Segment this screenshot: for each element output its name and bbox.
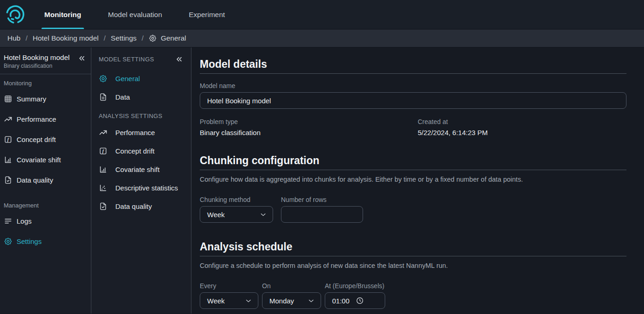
chunking-description: Configure how data is aggregated into ch… <box>200 176 626 183</box>
function-icon <box>99 147 107 155</box>
trending-up-icon <box>99 128 107 137</box>
sidebar-item-summary[interactable]: Summary <box>4 90 87 107</box>
schedule-on-label: On <box>262 282 321 290</box>
chevron-down-icon <box>259 211 267 219</box>
chunking-method-field: Chunking method Week <box>200 196 273 223</box>
bar-chart-icon <box>99 165 107 174</box>
model-name-input[interactable] <box>200 92 626 109</box>
breadcrumb-separator: / <box>104 34 106 42</box>
menu-lines-icon <box>4 217 12 225</box>
model-sidebar: Hotel Booking model Binary classificatio… <box>0 47 91 314</box>
settings-sidebar: MODEL SETTINGS General Data ANALYSIS SET… <box>91 47 191 314</box>
tab-label: Experiment <box>189 11 225 19</box>
sidebar-item-label: Summary <box>17 95 46 103</box>
schedule-on-field: On Monday <box>262 282 321 309</box>
settings-sidebar-collapse-button[interactable] <box>174 54 185 65</box>
chevrons-left-icon <box>175 55 184 64</box>
gear-icon <box>149 34 157 42</box>
chart-dots-icon <box>99 184 107 192</box>
main-tabs: Monitoring Model evaluation Experiment <box>42 0 228 29</box>
sidebar-item-label: Performance <box>17 115 56 123</box>
schedule-every-field: Every Week <box>200 282 258 309</box>
schedule-time-value: 01:00 <box>332 297 350 305</box>
nannyml-logo-icon <box>5 5 25 24</box>
chunking-method-select[interactable]: Week <box>200 206 273 223</box>
tab-experiment[interactable]: Experiment <box>186 0 227 29</box>
settings-nav-general[interactable]: General <box>99 70 185 87</box>
breadcrumb-separator: / <box>25 34 27 42</box>
gear-icon <box>4 237 12 246</box>
sidebar-item-covariate-shift[interactable]: Covariate shift <box>4 151 87 168</box>
schedule-on-value: Monday <box>269 297 294 305</box>
tab-label: Monitoring <box>44 11 81 19</box>
sidebar-item-performance[interactable]: Performance <box>4 111 87 127</box>
settings-nav-concept-drift[interactable]: Concept drift <box>99 142 185 159</box>
schedule-time-input[interactable]: 01:00 <box>325 292 385 309</box>
sidebar-item-settings[interactable]: Settings <box>4 233 87 249</box>
tab-label: Model evaluation <box>108 11 162 19</box>
settings-nav-label: Data quality <box>115 202 152 210</box>
divider <box>200 170 626 170</box>
settings-nav-label: Performance <box>115 129 155 136</box>
sidebar-item-logs[interactable]: Logs <box>4 213 87 229</box>
number-of-rows-label: Number of rows <box>281 196 363 203</box>
problem-type-value: Binary classification <box>200 129 413 136</box>
table-icon <box>4 95 12 103</box>
trending-up-icon <box>4 115 12 124</box>
problem-type-field: Problem type Binary classification <box>200 118 413 136</box>
function-icon <box>4 135 12 144</box>
chevrons-left-icon <box>78 54 86 63</box>
app-logo[interactable] <box>0 0 42 29</box>
settings-nav-label: Descriptive statistics <box>115 184 178 192</box>
settings-nav-label: Covariate shift <box>115 166 160 173</box>
sidebar-item-label: Covariate shift <box>17 156 61 164</box>
sidebar-item-data-quality[interactable]: Data quality <box>4 172 87 188</box>
tab-model-evaluation[interactable]: Model evaluation <box>105 0 165 29</box>
schedule-on-select[interactable]: Monday <box>262 292 321 309</box>
breadcrumb: Hub / Hotel Booking model / Settings / G… <box>0 30 644 47</box>
settings-nav-label: General <box>115 75 140 83</box>
sidebar-section-management: Management <box>4 202 87 209</box>
number-of-rows-field: Number of rows <box>281 196 363 223</box>
number-of-rows-input[interactable] <box>281 206 363 223</box>
file-text-icon <box>99 93 107 101</box>
created-at-value: 5/22/2024, 6:14:23 PM <box>418 129 627 136</box>
breadcrumb-label: General <box>161 34 186 42</box>
top-nav: Monitoring Model evaluation Experiment <box>0 0 644 30</box>
settings-nav-covariate-shift[interactable]: Covariate shift <box>99 161 185 178</box>
settings-nav-section-model: MODEL SETTINGS <box>99 56 154 63</box>
gear-icon <box>99 74 107 83</box>
schedule-every-value: Week <box>207 297 225 305</box>
settings-nav-performance[interactable]: Performance <box>99 124 185 141</box>
clock-icon <box>356 296 364 305</box>
file-check-icon <box>99 202 107 211</box>
chevron-down-icon <box>307 297 315 305</box>
sidebar-section-monitoring: Monitoring <box>4 80 87 87</box>
created-at-label: Created at <box>418 118 627 125</box>
chunking-section: Chunking configuration Configure how dat… <box>200 154 626 223</box>
breadcrumb-settings[interactable]: Settings <box>111 34 137 42</box>
schedule-section: Analysis schedule Configure a schedule t… <box>200 240 626 309</box>
schedule-at-field: At (Europe/Brussels) 01:00 <box>325 282 385 309</box>
schedule-every-select[interactable]: Week <box>200 292 258 309</box>
sidebar-item-label: Settings <box>17 237 42 245</box>
breadcrumb-model[interactable]: Hotel Booking model <box>33 34 99 42</box>
settings-nav-descriptive-statistics[interactable]: Descriptive statistics <box>99 179 185 196</box>
tab-monitoring[interactable]: Monitoring <box>42 0 84 29</box>
breadcrumb-hub[interactable]: Hub <box>7 34 20 42</box>
settings-nav-section-analysis: ANALYSIS SETTINGS <box>99 113 185 119</box>
breadcrumb-general[interactable]: General <box>149 34 186 42</box>
sidebar-item-label: Logs <box>17 217 32 225</box>
sidebar-item-label: Concept drift <box>17 136 56 143</box>
model-name-label: Model name <box>200 82 626 89</box>
chunking-title: Chunking configuration <box>200 154 626 167</box>
settings-nav-data-quality[interactable]: Data quality <box>99 198 185 214</box>
sidebar-item-concept-drift[interactable]: Concept drift <box>4 131 87 148</box>
sidebar-collapse-button[interactable] <box>77 53 87 64</box>
settings-nav-label: Data <box>115 93 130 101</box>
settings-nav-data[interactable]: Data <box>99 89 185 105</box>
problem-type-label: Problem type <box>200 118 413 125</box>
model-details-title: Model details <box>200 58 626 71</box>
created-at-field: Created at 5/22/2024, 6:14:23 PM <box>413 118 627 136</box>
model-subtitle: Binary classification <box>4 63 70 69</box>
